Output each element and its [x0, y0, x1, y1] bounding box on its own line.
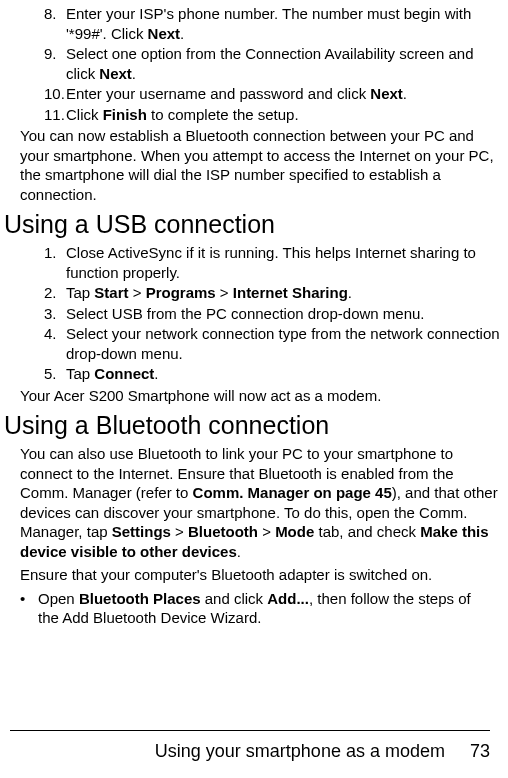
bt-bullet: • Open Bluetooth Places and click Add...…	[2, 589, 508, 628]
usb-step-5: 5. Tap Connect.	[44, 364, 508, 384]
step-text: Enter your ISP's phone number. The numbe…	[66, 4, 508, 43]
bullet-text: Open Bluetooth Places and click Add..., …	[38, 589, 472, 628]
step-number: 5.	[44, 364, 66, 384]
intro-followup: You can now establish a Bluetooth connec…	[2, 126, 508, 204]
step-number: 1.	[44, 243, 66, 282]
step-text: Close ActiveSync if it is running. This …	[66, 243, 508, 282]
step-text: Select USB from the PC connection drop-d…	[66, 304, 508, 324]
step-text: Select one option from the Connection Av…	[66, 44, 508, 83]
intro-steps-list: 8. Enter your ISP's phone number. The nu…	[2, 4, 508, 124]
step-text: Click Finish to complete the setup.	[66, 105, 508, 125]
bt-heading: Using a Bluetooth connection	[4, 411, 508, 440]
usb-followup: Your Acer S200 Smartphone will now act a…	[2, 386, 508, 406]
bt-para-1: You can also use Bluetooth to link your …	[2, 444, 508, 561]
step-number: 2.	[44, 283, 66, 303]
step-text: Select your network connection type from…	[66, 324, 508, 363]
step-11: 11. Click Finish to complete the setup.	[44, 105, 508, 125]
step-10: 10. Enter your username and password and…	[44, 84, 508, 104]
usb-heading: Using a USB connection	[4, 210, 508, 239]
step-8: 8. Enter your ISP's phone number. The nu…	[44, 4, 508, 43]
usb-step-4: 4. Select your network connection type f…	[44, 324, 508, 363]
step-number: 3.	[44, 304, 66, 324]
step-9: 9. Select one option from the Connection…	[44, 44, 508, 83]
usb-steps-list: 1. Close ActiveSync if it is running. Th…	[2, 243, 508, 384]
usb-step-2: 2. Tap Start > Programs > Internet Shari…	[44, 283, 508, 303]
page-number: 73	[470, 741, 490, 762]
page-footer: Using your smartphone as a modem 73	[10, 730, 490, 762]
footer-title: Using your smartphone as a modem	[155, 741, 445, 761]
usb-step-1: 1. Close ActiveSync if it is running. Th…	[44, 243, 508, 282]
step-number: 8.	[44, 4, 66, 43]
step-text: Enter your username and password and cli…	[66, 84, 508, 104]
bt-para-2: Ensure that your computer's Bluetooth ad…	[2, 565, 508, 585]
usb-step-3: 3. Select USB from the PC connection dro…	[44, 304, 508, 324]
step-number: 11.	[44, 105, 66, 125]
step-number: 4.	[44, 324, 66, 363]
step-text: Tap Start > Programs > Internet Sharing.	[66, 283, 508, 303]
bullet-icon: •	[20, 589, 38, 628]
step-number: 10.	[44, 84, 66, 104]
step-number: 9.	[44, 44, 66, 83]
step-text: Tap Connect.	[66, 364, 508, 384]
